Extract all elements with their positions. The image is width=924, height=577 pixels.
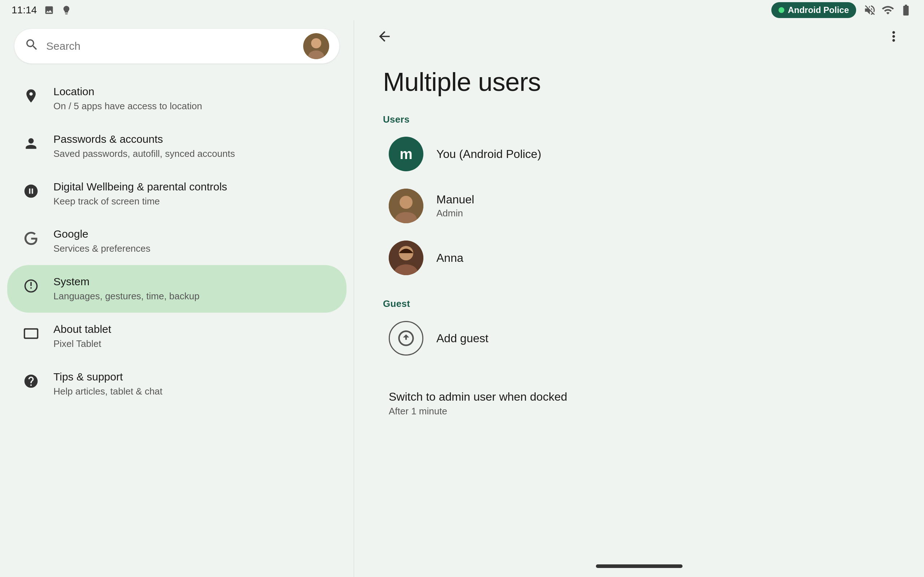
sidebar-item-google-subtitle: Services & preferences bbox=[53, 243, 150, 255]
sidebar-item-tips-subtitle: Help articles, tablet & chat bbox=[53, 385, 162, 398]
sidebar-item-location-title: Location bbox=[53, 85, 202, 98]
sidebar-item-google-title: Google bbox=[53, 227, 150, 240]
more-button[interactable] bbox=[881, 23, 907, 49]
main-content: Location On / 5 apps have access to loca… bbox=[0, 20, 924, 577]
page-title: Multiple users bbox=[383, 67, 895, 97]
back-button[interactable] bbox=[372, 23, 397, 49]
search-input[interactable] bbox=[46, 40, 296, 52]
photo-icon bbox=[43, 3, 56, 16]
system-icon bbox=[22, 277, 40, 295]
switch-subtitle: After 1 minute bbox=[389, 406, 889, 417]
sidebar-item-wellbeing-subtitle: Keep track of screen time bbox=[53, 195, 227, 208]
sidebar-item-google-text: Google Services & preferences bbox=[53, 227, 150, 255]
sidebar-item-wellbeing-title: Digital Wellbeing & parental controls bbox=[53, 180, 227, 193]
user-avatar-anna bbox=[389, 240, 423, 275]
users-section-header: Users bbox=[383, 114, 895, 125]
accounts-icon bbox=[22, 134, 40, 153]
sidebar-item-system[interactable]: System Languages, gestures, time, backup bbox=[7, 265, 347, 313]
mute-icon bbox=[863, 3, 876, 16]
add-guest-icon bbox=[389, 321, 423, 356]
sidebar-item-google[interactable]: Google Services & preferences bbox=[7, 218, 347, 265]
svg-point-1 bbox=[311, 38, 321, 48]
sidebar: Location On / 5 apps have access to loca… bbox=[0, 20, 354, 577]
user-info-anna: Anna bbox=[436, 251, 464, 265]
sidebar-item-passwords-text: Passwords & accounts Saved passwords, au… bbox=[53, 133, 235, 160]
user-name-anna: Anna bbox=[436, 251, 464, 265]
status-bar-left: 11:14 bbox=[11, 3, 73, 16]
user-role-manuel: Admin bbox=[436, 208, 474, 219]
sidebar-item-passwords-subtitle: Saved passwords, autofill, synced accoun… bbox=[53, 148, 235, 160]
user-info-you: You (Android Police) bbox=[436, 148, 541, 161]
lightbulb-icon bbox=[60, 3, 73, 16]
user-info-manuel: Manuel Admin bbox=[436, 193, 474, 219]
ap-dot bbox=[779, 7, 784, 13]
sidebar-item-wellbeing[interactable]: Digital Wellbeing & parental controls Ke… bbox=[7, 170, 347, 218]
guest-section: Guest Add guest bbox=[383, 298, 895, 364]
sidebar-item-tips-title: Tips & support bbox=[53, 371, 162, 384]
svg-point-4 bbox=[399, 196, 412, 209]
search-bar[interactable] bbox=[15, 29, 339, 63]
add-guest-item[interactable]: Add guest bbox=[383, 312, 895, 364]
wellbeing-icon bbox=[22, 182, 40, 200]
status-icons bbox=[43, 3, 73, 16]
status-bar: 11:14 Android Police bbox=[0, 0, 924, 20]
switch-title: Switch to admin user when docked bbox=[389, 390, 889, 403]
sidebar-item-passwords-title: Passwords & accounts bbox=[53, 133, 235, 146]
status-bar-right: Android Police bbox=[771, 2, 913, 18]
battery-icon bbox=[900, 3, 913, 16]
add-guest-label: Add guest bbox=[436, 332, 488, 345]
user-item-manuel[interactable]: Manuel Admin bbox=[383, 180, 895, 232]
right-panel: Multiple users Users m You (Android Poli… bbox=[354, 20, 924, 577]
users-section: Users m You (Android Police) bbox=[383, 114, 895, 284]
right-panel-header bbox=[354, 20, 924, 53]
search-icon bbox=[24, 37, 39, 55]
sidebar-item-system-subtitle: Languages, gestures, time, backup bbox=[53, 290, 200, 303]
google-icon bbox=[22, 229, 40, 248]
user-item-you[interactable]: m You (Android Police) bbox=[383, 128, 895, 180]
sidebar-item-tips-text: Tips & support Help articles, tablet & c… bbox=[53, 371, 162, 398]
user-avatar-search[interactable] bbox=[303, 33, 329, 59]
guest-section-header: Guest bbox=[383, 298, 895, 309]
sidebar-item-system-text: System Languages, gestures, time, backup bbox=[53, 275, 200, 303]
sidebar-item-location[interactable]: Location On / 5 apps have access to loca… bbox=[7, 75, 347, 122]
sidebar-item-system-title: System bbox=[53, 275, 200, 288]
user-name-you: You (Android Police) bbox=[436, 148, 541, 161]
user-avatar-you: m bbox=[389, 137, 423, 171]
bottom-bar bbox=[354, 555, 924, 577]
sidebar-item-wellbeing-text: Digital Wellbeing & parental controls Ke… bbox=[53, 180, 227, 208]
wifi-icon bbox=[881, 3, 894, 16]
status-time: 11:14 bbox=[11, 4, 37, 16]
status-right-icons bbox=[863, 3, 913, 16]
sidebar-item-passwords[interactable]: Passwords & accounts Saved passwords, au… bbox=[7, 122, 347, 170]
switch-section[interactable]: Switch to admin user when docked After 1… bbox=[383, 382, 895, 425]
sidebar-item-location-subtitle: On / 5 apps have access to location bbox=[53, 100, 202, 113]
sidebar-item-about[interactable]: About tablet Pixel Tablet bbox=[7, 313, 347, 360]
location-icon bbox=[22, 87, 40, 105]
sidebar-item-location-text: Location On / 5 apps have access to loca… bbox=[53, 85, 202, 113]
right-panel-content: Multiple users Users m You (Android Poli… bbox=[354, 53, 924, 555]
user-avatar-manuel bbox=[389, 189, 423, 223]
sidebar-item-tips[interactable]: Tips & support Help articles, tablet & c… bbox=[7, 360, 347, 408]
sidebar-item-about-title: About tablet bbox=[53, 323, 111, 336]
android-police-badge: Android Police bbox=[771, 2, 856, 18]
sidebar-item-about-subtitle: Pixel Tablet bbox=[53, 338, 111, 350]
user-item-anna[interactable]: Anna bbox=[383, 232, 895, 284]
sidebar-item-about-text: About tablet Pixel Tablet bbox=[53, 323, 111, 350]
user-name-manuel: Manuel bbox=[436, 193, 474, 206]
tips-icon bbox=[22, 372, 40, 390]
bottom-indicator bbox=[596, 564, 683, 568]
tablet-icon bbox=[22, 324, 40, 343]
